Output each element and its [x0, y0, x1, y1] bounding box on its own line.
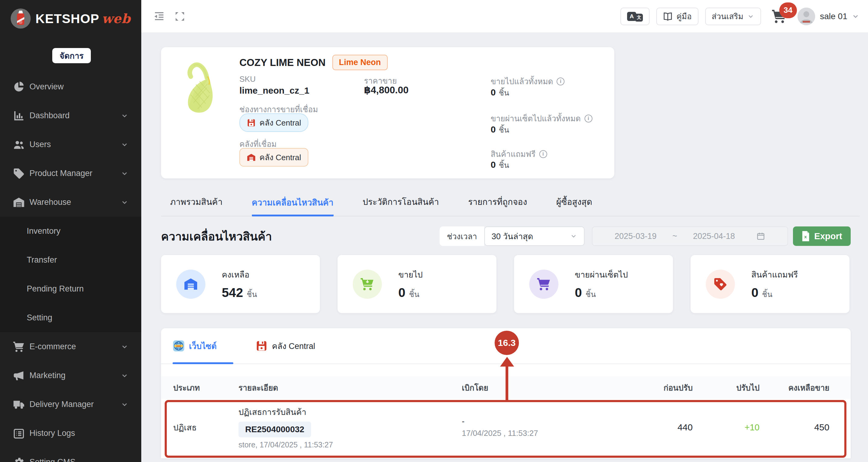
row-detail-title: ปฏิเสธการรับสินค้า [239, 405, 306, 419]
active-tab-underline [173, 362, 233, 364]
translate-icon: A文 [627, 11, 643, 22]
collapse-sidebar-icon[interactable] [153, 10, 165, 23]
warehouse-tag[interactable]: คลัง Central [239, 148, 308, 166]
card-free-items: สินค้าแถมฟรี 0ชิ้น [690, 255, 849, 313]
table-row: ปฏิเสธ ปฏิเสธการรับสินค้า RE2504000032 s… [161, 399, 851, 456]
sidebar-item-setting[interactable]: Setting [0, 303, 141, 332]
channel-tag-label: คลัง Central [259, 116, 301, 129]
tab-top-buyers[interactable]: ผู้ซื้อสูงสุด [556, 195, 592, 216]
warehouse-submenu: Inventory Transfer Pending Return Settin… [0, 217, 141, 332]
row-before-value: 440 [620, 422, 693, 433]
sku-value: lime_neon_cz_1 [239, 85, 309, 96]
card-free-items-text: สินค้าแถมฟรี 0ชิ้น [751, 268, 798, 300]
manage-button[interactable]: จัดการ [52, 48, 91, 63]
chevron-down-icon [121, 343, 128, 351]
warehouse-blue-icon [176, 270, 206, 299]
sidebar-item-overview[interactable]: Overview [0, 72, 141, 101]
cart-down-green-icon [353, 270, 382, 299]
page: KETSHOPweb จัดการ Overview Dashboard [0, 0, 868, 462]
avatar[interactable] [798, 8, 815, 25]
channel-tag[interactable]: คลัง Central [239, 113, 308, 132]
tab-reserved-items[interactable]: รายการที่ถูกจอง [468, 195, 527, 216]
chevron-down-icon [121, 372, 128, 380]
tab-website[interactable]: www เว็บไซต์ [173, 340, 217, 352]
fullscreen-icon[interactable] [174, 10, 186, 23]
tab-central-warehouse[interactable]: คลัง Central [255, 340, 315, 352]
export-button[interactable]: x Export [793, 226, 851, 246]
sidebar-item-delivery-manager[interactable]: Delivery Manager [0, 390, 141, 419]
tab-product-movement[interactable]: ความเคลื่อนไหวสินค้า [252, 196, 334, 216]
bar-chart-icon [12, 109, 26, 122]
cart-icon [12, 340, 26, 353]
info-icon[interactable]: i [539, 150, 547, 158]
date-from: 2025-03-19 [615, 232, 656, 241]
col-before: ก่อนปรับ [620, 381, 693, 394]
card-label: ขายไป [398, 268, 423, 281]
book-icon [663, 11, 673, 21]
chevron-down-icon [121, 112, 128, 120]
cart-button[interactable]: 34 [771, 8, 787, 24]
sidebar-item-inventory[interactable]: Inventory [0, 217, 141, 246]
info-icon[interactable]: i [557, 78, 564, 85]
price-value: ฿4,800.00 [364, 84, 409, 96]
sidebar-item-users[interactable]: Users [0, 130, 141, 159]
sidebar-item-e-commerce[interactable]: E-commerce [0, 332, 141, 361]
tab-transfer-history[interactable]: ประวัติการโอนสินค้า [363, 195, 439, 216]
stat-sold-set-value: 0ชิ้น [491, 124, 509, 136]
cart-badge: 34 [779, 2, 797, 18]
sidebar-item-marketing[interactable]: Marketing [0, 361, 141, 390]
sidebar: KETSHOPweb จัดการ Overview Dashboard [0, 0, 141, 462]
sidebar-item-history-logs[interactable]: History Logs [0, 419, 141, 448]
translate-button[interactable]: A文 [620, 8, 650, 25]
card-sold-text: ขายไป 0ชิ้น [398, 268, 423, 300]
manual-label: คู่มือ [676, 10, 691, 23]
tag-icon [12, 167, 26, 180]
sidebar-item-dashboard[interactable]: Dashboard [0, 101, 141, 130]
row-type: ปฏิเสธ [173, 421, 239, 434]
floppy-icon [255, 340, 268, 352]
col-detail: รายละเอียด [239, 381, 462, 394]
period-value: 30 วันล่าสุด [492, 230, 533, 243]
manual-button[interactable]: คู่มือ [656, 8, 698, 25]
card-sold: ขายไป 0ชิ้น [338, 255, 496, 313]
floppy-icon [247, 118, 256, 127]
summary-cards: คงเหลือ 542ชิ้น ขายไป 0ชิ้น ขายผ่านเซ็ตไ… [161, 255, 849, 313]
annotation-badge: 16.3 [495, 331, 519, 355]
sidebar-item-pending-return[interactable]: Pending Return [0, 274, 141, 303]
info-icon[interactable]: i [585, 115, 592, 122]
chevron-down-icon [121, 401, 128, 408]
card-value: 542ชิ้น [222, 285, 257, 300]
cart-purple-icon [529, 270, 558, 299]
addons-dropdown[interactable]: ส่วนเสริม [705, 8, 761, 25]
tab-central-label: คลัง Central [272, 340, 315, 352]
date-range-picker[interactable]: 2025-03-19 ~ 2025-04-18 [592, 226, 788, 246]
period-label: ช่วงเวลา [440, 226, 484, 246]
tab-product-overview[interactable]: ภาพรวมสินค้า [170, 195, 223, 216]
col-withdrawn-by: เบิกโดย [462, 381, 620, 394]
warehouse-tag-label: คลัง Central [259, 151, 301, 163]
sidebar-item-warehouse[interactable]: Warehouse [0, 188, 141, 217]
sidebar-item-product-manager[interactable]: Product Manager [0, 159, 141, 188]
product-image [178, 57, 220, 113]
tag-heart-red-icon [706, 270, 735, 299]
card-value: 0ชิ้น [575, 285, 628, 300]
globe-icon: www [173, 340, 185, 352]
card-label: ขายผ่านเซ็ตไป [575, 268, 628, 281]
calendar-icon [756, 232, 765, 241]
product-title-row: COZY LIME NEON Lime Neon [239, 55, 388, 70]
addons-label: ส่วนเสริม [712, 10, 743, 23]
product-title: COZY LIME NEON [239, 57, 326, 68]
sidebar-item-setting-cms[interactable]: Setting CMS [0, 448, 141, 462]
period-select[interactable]: 30 วันล่าสุด [484, 226, 585, 246]
sidebar-item-transfer[interactable]: Transfer [0, 246, 141, 274]
username[interactable]: sale 01 [820, 11, 847, 21]
row-by-date: 17/04/2025 , 11:53:27 [462, 429, 538, 438]
chevron-down-icon [121, 198, 128, 206]
card-value: 0ชิ้น [751, 285, 798, 300]
row-meta: store, 17/04/2025 , 11:53:27 [239, 440, 333, 449]
gear-icon [12, 456, 26, 462]
card-value: 0ชิ้น [398, 285, 423, 300]
chevron-down-icon [747, 13, 754, 20]
col-type: ประเภท [173, 381, 239, 394]
user-chevron-down-icon[interactable] [851, 12, 860, 20]
